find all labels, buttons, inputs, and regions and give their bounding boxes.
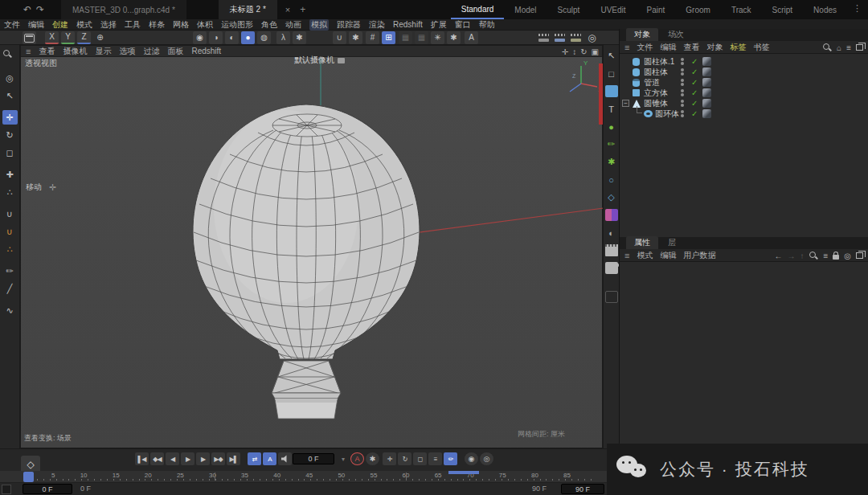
prev-key-button[interactable]: ◆◀ bbox=[150, 452, 164, 465]
timeline-ruler[interactable]: 510152025303540455055606570758085 bbox=[0, 471, 607, 483]
menu-select[interactable]: 选择 bbox=[100, 19, 117, 31]
vp-menu-redshift[interactable]: Redshift bbox=[191, 47, 221, 55]
layout-tab-sculpt[interactable]: Sculpt bbox=[547, 0, 591, 19]
x-axis-lock-button[interactable]: X bbox=[45, 31, 59, 44]
interactive-render-icon[interactable]: ◎ bbox=[585, 31, 599, 44]
camera-label[interactable]: 默认摄像机 bbox=[294, 55, 345, 66]
sound-toggle-icon[interactable] bbox=[278, 452, 292, 465]
collapse-toggle-icon[interactable]: − bbox=[622, 100, 629, 107]
disabled-tool-icon[interactable]: ▦ bbox=[399, 31, 412, 44]
sim-settings-icon[interactable]: ✱ bbox=[349, 31, 362, 44]
key-parameter-icon[interactable]: ≡ bbox=[428, 452, 442, 465]
preview-range-bar[interactable] bbox=[448, 471, 479, 474]
visibility-dots[interactable] bbox=[681, 89, 684, 96]
menu-tracker[interactable]: 跟踪器 bbox=[337, 19, 361, 31]
rotate-tool-icon[interactable]: ↻ bbox=[2, 128, 18, 142]
phong-tag-icon[interactable] bbox=[702, 88, 711, 97]
spline-smooth-icon[interactable]: ∿ bbox=[2, 303, 18, 317]
keyframe-selection-icon[interactable]: ◉ bbox=[465, 452, 478, 465]
paint-points-icon[interactable]: ∴ bbox=[2, 242, 18, 256]
range-start-field[interactable]: 0 F bbox=[23, 484, 72, 494]
om-menu-bookmarks[interactable]: 书签 bbox=[753, 42, 769, 53]
current-frame-field[interactable]: 0 F bbox=[293, 453, 334, 464]
om-menu-view[interactable]: 查看 bbox=[683, 42, 699, 53]
primitive-cube-icon[interactable] bbox=[605, 85, 618, 97]
visibility-dots[interactable] bbox=[681, 68, 684, 76]
layout-tab-uvedit[interactable]: UVEdit bbox=[590, 0, 636, 19]
generator-icon[interactable]: ● bbox=[605, 121, 618, 133]
document-tab-active[interactable]: 未标题 2 * bbox=[219, 0, 277, 19]
menu-mode[interactable]: 模式 bbox=[76, 19, 92, 31]
phong-tag-icon[interactable] bbox=[702, 109, 711, 118]
search-icon[interactable] bbox=[822, 43, 832, 52]
menu-edit[interactable]: 编辑 bbox=[28, 19, 44, 31]
expand-panel-icon[interactable] bbox=[856, 44, 863, 51]
attr-menu-mode[interactable]: 模式 bbox=[637, 250, 653, 261]
magnet-tool-icon[interactable]: ∪ bbox=[2, 207, 18, 221]
viewport-canvas[interactable]: Y X Z bbox=[21, 46, 604, 449]
object-row-child[interactable]: 圆环体 ✓ bbox=[620, 108, 868, 119]
menu-redshift[interactable]: Redshift bbox=[393, 20, 423, 29]
enabled-check-icon[interactable]: ✓ bbox=[691, 57, 698, 66]
z-axis-lock-button[interactable]: Z bbox=[77, 31, 91, 44]
menu-spline[interactable]: 样条 bbox=[149, 19, 165, 31]
menu-help[interactable]: 帮助 bbox=[479, 19, 495, 31]
document-tab[interactable]: MASTER_3D 0...graph.c4d * bbox=[61, 0, 186, 19]
knife-tool-icon[interactable]: ╱ bbox=[2, 281, 18, 296]
tab-objects[interactable]: 对象 bbox=[626, 28, 658, 41]
om-hamburger-icon[interactable]: ≡ bbox=[624, 43, 629, 52]
menu-mesh[interactable]: 网格 bbox=[173, 19, 189, 31]
layout-tab-paint[interactable]: Paint bbox=[637, 0, 676, 19]
texture-mode-icon[interactable]: ◐ bbox=[225, 31, 239, 44]
visibility-dots[interactable] bbox=[681, 79, 684, 86]
expand-panel-icon[interactable] bbox=[856, 252, 863, 259]
character-tool-icon[interactable]: λ bbox=[276, 31, 290, 44]
view-label[interactable]: 透视视图 bbox=[25, 58, 57, 69]
selection-cursor-icon[interactable]: ↖ bbox=[605, 50, 618, 62]
workplane-icon[interactable]: # bbox=[366, 31, 379, 44]
frame-dropdown-caret[interactable]: ▾ bbox=[342, 456, 345, 463]
live-selection-icon[interactable]: ◎ bbox=[2, 71, 18, 85]
environment-icon[interactable]: ◐ bbox=[605, 227, 618, 239]
phong-tag-icon[interactable] bbox=[702, 68, 711, 76]
mograph-icon[interactable]: ✱ bbox=[605, 156, 618, 168]
viewport[interactable]: Y X Z ≡ 查看摄像机显示选项过滤面板Redshift ✛↕↻▣ 透视视图 … bbox=[20, 45, 603, 448]
layout-tab-model[interactable]: Model bbox=[504, 0, 547, 19]
playhead[interactable] bbox=[23, 472, 34, 482]
viewport-hamburger-icon[interactable]: ≡ bbox=[26, 47, 31, 56]
maximize-view-icon[interactable]: ▣ bbox=[592, 47, 599, 56]
keyframe-settings-button[interactable]: ✱ bbox=[366, 452, 379, 465]
vp-menu-options[interactable]: 选项 bbox=[119, 46, 135, 57]
deformer-icon[interactable] bbox=[605, 209, 618, 221]
search-icon[interactable] bbox=[809, 251, 818, 260]
back-arrow-icon[interactable]: ← bbox=[774, 252, 782, 260]
dolly-icon[interactable]: ↕ bbox=[572, 47, 576, 56]
key-rotation-icon[interactable]: ↻ bbox=[398, 452, 411, 465]
om-menu-file[interactable]: 文件 bbox=[637, 42, 653, 53]
visibility-dots[interactable] bbox=[681, 100, 684, 107]
phong-tag-icon[interactable] bbox=[702, 57, 711, 66]
tab-layer[interactable]: 层 bbox=[660, 236, 684, 249]
next-frame-button[interactable]: ▶ bbox=[196, 452, 210, 465]
attr-hamburger-icon[interactable]: ≡ bbox=[624, 251, 629, 260]
key-scale-icon[interactable]: ◻ bbox=[413, 452, 427, 465]
redo-icon[interactable]: ↷ bbox=[34, 4, 47, 15]
scale-tool-icon[interactable]: ◻ bbox=[2, 145, 18, 160]
filter-icon[interactable]: ≡ bbox=[846, 43, 851, 52]
goto-start-button[interactable]: ▌◀ bbox=[135, 452, 149, 465]
autokey-bars-toggle[interactable]: A bbox=[263, 452, 276, 465]
object-row[interactable]: 立方体 ✓ bbox=[620, 88, 868, 98]
text-object-icon[interactable]: T bbox=[605, 103, 618, 115]
layout-menu-icon[interactable]: ⋮ bbox=[853, 3, 862, 14]
magnet-sim-icon[interactable]: ∪ bbox=[333, 31, 346, 44]
om-menu-object[interactable]: 对象 bbox=[706, 42, 723, 53]
menu-create[interactable]: 创建 bbox=[52, 19, 68, 31]
play-button[interactable]: ▶ bbox=[181, 452, 194, 465]
vp-menu-display[interactable]: 显示 bbox=[95, 46, 111, 57]
tab-attributes[interactable]: 属性 bbox=[626, 236, 658, 249]
model-mode-icon[interactable]: ◑ bbox=[209, 31, 223, 44]
next-key-button[interactable]: ▶◆ bbox=[211, 452, 225, 465]
forward-arrow-icon[interactable]: → bbox=[787, 252, 795, 260]
vp-menu-view[interactable]: 查看 bbox=[39, 46, 55, 57]
layout-tab-nodes[interactable]: Nodes bbox=[803, 0, 847, 19]
